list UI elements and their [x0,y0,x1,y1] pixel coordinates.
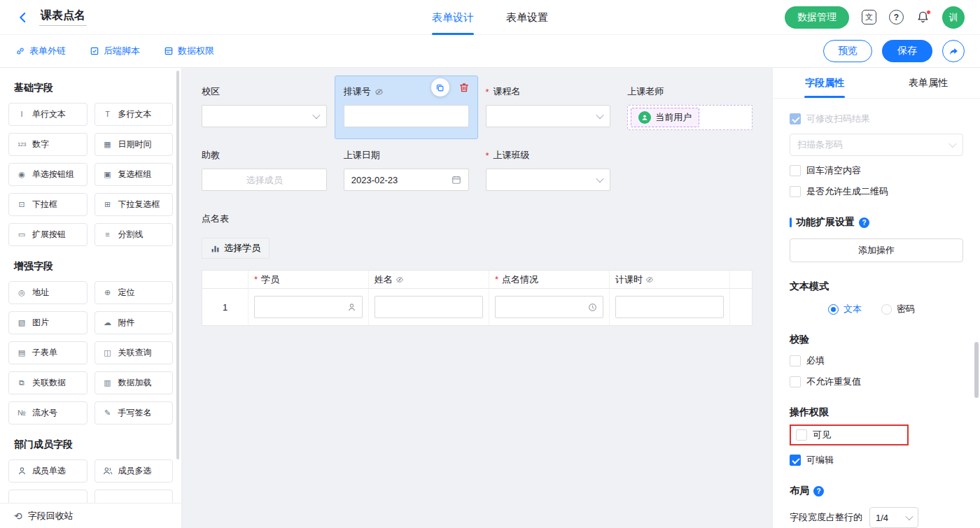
field-campus[interactable]: 校区 [202,85,327,130]
form-external-link[interactable]: 表单外链 [15,45,66,57]
copy-field-button[interactable] [431,78,449,97]
avatar[interactable]: 训 [942,6,965,29]
table-row: 1 [202,289,752,325]
checkbox-box[interactable] [790,455,801,466]
teacher-picker[interactable]: 当前用户 [627,105,752,130]
enter-clear-checkbox[interactable]: 回车清空内容 [790,164,963,177]
field-label: 助教 [202,148,327,162]
radio-dot[interactable] [881,304,892,315]
class-date-picker[interactable]: 2023-02-23 [344,169,469,191]
sidebar-item-multi-line-text[interactable]: T多行文本 [94,103,174,126]
add-action-button[interactable]: 添加操作 [790,238,963,262]
sidebar-item-data-load[interactable]: ▥数据加载 [94,371,174,394]
sidebar-item-location[interactable]: ⊕定位 [94,281,174,304]
data-permission-link[interactable]: 数据权限 [164,45,214,57]
sidebar-item-linked-data[interactable]: ⧉关联数据 [8,371,88,394]
data-manage-button[interactable]: 数据管理 [785,6,849,29]
checkbox-box[interactable] [796,429,807,441]
sidebar-item-serial-number[interactable]: №流水号 [8,401,88,424]
tab-form-design[interactable]: 表单设计 [432,0,474,35]
field-course-name[interactable]: *课程名 [486,85,611,130]
sidebar-item-divider[interactable]: ≡分割线 [94,223,174,246]
save-button[interactable]: 保存 [882,40,932,62]
help-icon[interactable]: ? [889,10,904,24]
radio-dot[interactable] [828,304,839,315]
field-schedule-number-selected[interactable]: 排课号 [335,76,477,138]
sidebar-item-radio-group[interactable]: ◉单选按钮组 [8,163,88,186]
sidebar-item-datetime[interactable]: ▦日期时间 [94,133,174,156]
sidebar-item-extended-button[interactable]: ▭扩展按钮 [8,223,88,246]
required-checkbox[interactable]: 必填 [790,355,963,367]
sidebar-item-select[interactable]: ⊡下拉框 [8,193,88,216]
page-title[interactable]: 课表点名 [39,8,87,26]
number-icon: 123 [15,142,28,148]
checkbox-box[interactable] [790,113,801,124]
radio-text-mode[interactable]: 文本 [828,303,862,315]
no-duplicate-checkbox[interactable]: 不允许重复值 [790,376,963,388]
sidebar-item-subform[interactable]: ▤子表单 [8,341,88,364]
sidebar-item-number[interactable]: 123数字 [8,133,88,156]
tab-form-settings[interactable]: 表单设置 [506,0,548,35]
qrcode-allow-checkbox[interactable]: 是否允许生成二维码 [790,185,963,198]
field-type-label: 子表单 [32,347,57,359]
sidebar-item-checkbox-group[interactable]: ▣复选框组 [94,163,174,186]
attendance-cell-input[interactable] [495,296,603,318]
field-class-date[interactable]: 上课日期 2023-02-23 [344,148,469,191]
sidebar-item-member-multi[interactable]: 成员多选 [94,459,174,483]
editable-checkbox[interactable]: 可编辑 [790,454,963,466]
preview-button[interactable]: 预览 [823,40,872,62]
checkbox-label: 必填 [806,355,825,367]
select-value: 1/4 [876,513,888,523]
notification-bell-icon[interactable] [916,10,930,24]
back-button[interactable] [15,10,31,25]
translate-icon[interactable]: 文 [862,10,876,24]
roll-table-label: 点名表 [202,212,752,226]
panel-scrollbar[interactable] [974,342,979,398]
assistant-member-input[interactable] [202,169,327,191]
sidebar-item-linked-query[interactable]: ◫关联查询 [94,341,174,364]
field-class-name[interactable]: *上课班级 [486,148,611,191]
visible-checkbox[interactable]: 可见 [796,429,831,441]
sidebar-scrollbar[interactable] [176,71,179,459]
radio-label: 密码 [897,303,915,315]
delete-field-button[interactable] [458,82,470,93]
sidebar-item-member-single[interactable]: 成员单选 [8,459,88,483]
class-name-select[interactable] [486,169,611,191]
barcode-mode-select[interactable]: 扫描条形码 [790,134,963,156]
name-cell-input[interactable] [374,296,483,318]
hours-cell-input[interactable] [615,296,724,318]
tab-label: 字段属性 [805,77,844,90]
radio-password-mode[interactable]: 密码 [881,303,915,315]
field-assistant[interactable]: 助教 [202,148,327,191]
checkbox-box[interactable] [790,376,801,387]
course-name-select[interactable] [486,105,611,127]
sidebar-item-multi-select[interactable]: ⊞下拉复选框 [94,193,174,216]
field-width-select[interactable]: 1/4 [869,507,918,528]
help-circle-icon[interactable]: ? [813,486,824,497]
help-circle-icon[interactable]: ? [859,217,869,228]
checkbox-box[interactable] [790,165,801,176]
checkbox-box[interactable] [790,186,801,197]
share-button[interactable] [942,40,965,62]
campus-select[interactable] [202,105,327,127]
sidebar-item-signature[interactable]: ✎手写签名 [94,401,174,424]
field-label: 上课日期 [344,148,469,162]
sidebar-item-address[interactable]: ◎地址 [8,281,88,304]
field-recycle-bin[interactable]: ⟲ 字段回收站 [0,503,181,528]
field-teacher[interactable]: 上课老师 当前用户 [627,85,752,130]
app-root: 课表点名 表单设计 表单设置 数据管理 文 ? 训 表单外链 后端脚本 [0,0,980,528]
student-cell-input[interactable] [254,296,363,318]
backend-script-link[interactable]: 后端脚本 [90,45,140,57]
tab-form-properties[interactable]: 表单属性 [876,68,980,98]
tag-label: 当前用户 [655,111,692,124]
sidebar-item-attachment[interactable]: ☁附件 [94,311,174,334]
schedule-number-input[interactable] [344,105,469,127]
checkbox-box[interactable] [790,355,801,366]
field-type-label: 地址 [32,287,49,299]
current-user-tag[interactable]: 当前用户 [631,108,699,127]
select-students-button[interactable]: 选择学员 [202,238,270,259]
sidebar-item-single-line-text[interactable]: I单行文本 [8,103,88,126]
sidebar-item-image[interactable]: ▧图片 [8,311,88,334]
scan-result-checkbox[interactable]: 可修改扫码结果 [790,113,963,125]
tab-field-properties[interactable]: 字段属性 [773,68,876,98]
